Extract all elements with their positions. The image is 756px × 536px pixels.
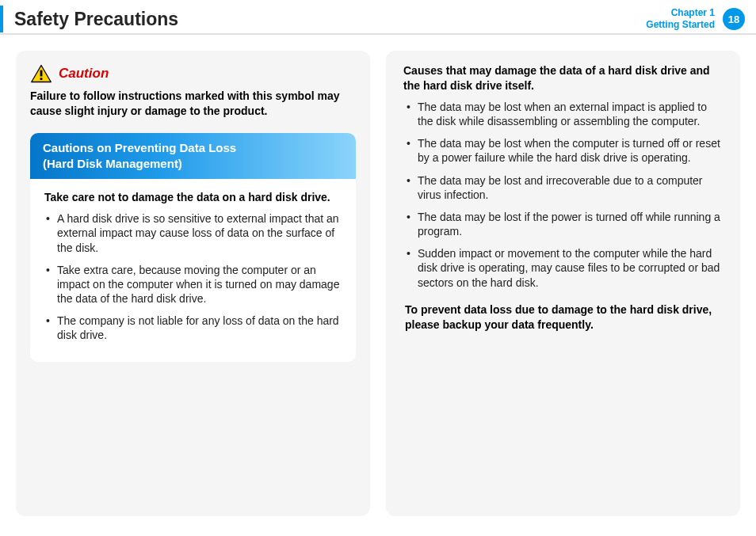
content-area: Caution Failure to follow instructions m… [0,35,756,516]
right-bullet-list: The data may be lost when an external im… [400,100,726,290]
list-item: Sudden impact or movement to the compute… [405,246,721,290]
svg-rect-0 [40,70,43,77]
page-header: Safety Precautions Chapter 1 Getting Sta… [0,0,756,35]
final-note: To prevent data loss due to damage to th… [400,298,726,333]
left-bullet-list: A hard disk drive is so sensitive to ext… [30,211,356,343]
page-number-badge: 18 [723,8,745,30]
caution-description: Failure to follow instructions marked wi… [30,89,356,119]
header-left: Safety Precautions [0,5,178,33]
list-item: The data may be lost when the computer i… [405,136,721,165]
left-subhead: Take care not to damage the data on a ha… [30,179,356,211]
box-header-line-2: (Hard Disk Management) [43,156,343,172]
list-item: The data may be lost if the power is tur… [405,210,721,238]
cautions-box: Cautions on Preventing Data Loss (Hard D… [30,133,356,362]
list-item: The data may be lost when an external im… [405,100,721,128]
box-header: Cautions on Preventing Data Loss (Hard D… [30,133,356,180]
list-item: The company is not liable for any loss o… [44,314,342,342]
chapter-line-2: Getting Started [646,19,715,31]
right-subhead: Causes that may damage the data of a har… [400,63,726,100]
box-header-line-1: Cautions on Preventing Data Loss [43,140,343,156]
page-title: Safety Precautions [14,9,178,30]
list-item: Take extra care, because moving the comp… [44,263,342,306]
header-right: Chapter 1 Getting Started 18 [646,7,745,31]
list-item: The data may be lost and irrecoverable d… [405,173,721,202]
caution-label: Caution [59,66,109,82]
left-column: Caution Failure to follow instructions m… [16,51,370,516]
chapter-label: Chapter 1 Getting Started [646,7,715,31]
svg-rect-1 [40,78,43,80]
warning-triangle-icon [30,63,52,84]
header-accent-bar [0,6,3,32]
chapter-line-1: Chapter 1 [646,7,715,19]
list-item: A hard disk drive is so sensitive to ext… [44,211,342,255]
caution-header: Caution [30,63,356,84]
right-column: Causes that may damage the data of a har… [386,51,740,516]
